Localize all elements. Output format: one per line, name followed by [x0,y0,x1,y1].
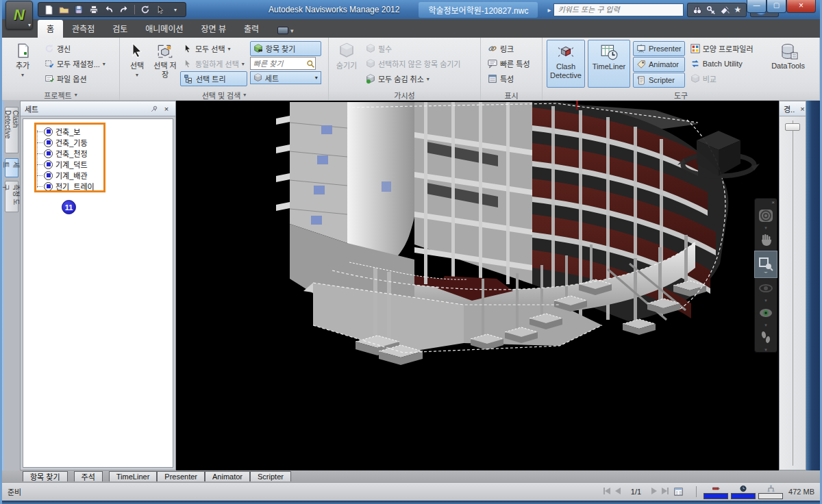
search-icon[interactable] [693,3,702,16]
dock-tab-scripter[interactable]: Scripter [250,471,291,481]
select-button[interactable]: 선택 ▾ [124,40,150,88]
tilt-slider-track[interactable] [793,121,793,466]
properties-button[interactable]: 특성 [485,71,533,86]
appearance-profiler-button[interactable]: 모양 프로파일러 [688,41,756,56]
steering-wheel-tool[interactable] [754,205,777,226]
dock-tab-animator[interactable]: Animator [205,471,250,481]
communication-center-icon[interactable] [720,3,730,16]
ribbon-tab-row: 홈 관측점 검토 애니메이션 장면 뷰 출력 ▾ [2,19,820,38]
ribbon-display-toggle[interactable]: ▾ [277,27,294,34]
viewcube[interactable] [677,121,760,187]
reset-all-button[interactable]: 모두 재설정... ▾ [42,56,108,71]
sidebar-tab-clash-detective[interactable]: Clash Detective [5,107,18,153]
select-cursor-icon [128,42,146,60]
tilt-slider-handle[interactable] [785,123,800,131]
select-tool-button[interactable] [154,4,166,15]
infocenter-search-input[interactable] [553,3,684,16]
add-file-icon [14,42,32,60]
clash-detective-toggle[interactable]: Clash Detective [547,40,585,88]
status-bar: 준비 1/1 472 MB [2,482,820,501]
chevron-down-icon[interactable]: ▾ [764,348,767,352]
last-sheet-button[interactable] [662,488,669,496]
pin-icon[interactable] [149,104,159,113]
viewport-3d[interactable]: × ▾ ▾ ▾ [176,101,779,470]
orbit-tool[interactable] [754,278,777,299]
bottom-dock-bar: 항목 찾기 주석 TimeLiner Presenter Animator Sc… [2,470,820,482]
web-progress-indicator [757,485,784,499]
selection-tree-toggle[interactable]: 선택 트리 [180,71,247,86]
scripter-toggle[interactable]: Scripter [633,73,685,88]
find-items-toggle[interactable]: 항목 찾기 [250,41,321,56]
quick-find-box [250,57,316,70]
next-sheet-button[interactable] [651,488,657,496]
timeliner-toggle[interactable]: TimeLiner [588,40,630,88]
pan-tool[interactable] [754,230,777,251]
sets-dropdown[interactable]: 세트 ▾ [250,71,321,84]
favorites-star-icon[interactable]: ★ [734,5,741,14]
customize-toolbar-dropdown[interactable]: ▾ [169,4,182,15]
tab-animation[interactable]: 애니메이션 [136,20,192,38]
group-label-select-search[interactable]: 선택 및 검색 ▾ [120,90,328,100]
walk-tool[interactable] [754,327,777,348]
window-controls: — ▢ × [747,0,816,13]
add-button[interactable]: 추가 ▾ [6,40,39,88]
print-button[interactable] [88,4,100,15]
tab-home[interactable]: 홈 [38,20,63,38]
datatools-button[interactable]: DataTools [767,40,810,88]
maximize-button[interactable]: ▢ [767,0,786,13]
statusbar-separator [696,486,697,497]
undo-button[interactable] [103,4,115,15]
group-display: 링크 빠른 특성 특성 표시 [481,38,543,100]
refresh-model-button[interactable]: 갱신 [42,41,108,56]
quick-properties-button[interactable]: 빠른 특성 [485,56,533,71]
web-progress-bar [758,493,783,499]
presenter-toggle[interactable]: Presenter [633,41,685,56]
links-button[interactable]: 링크 [485,41,533,56]
tab-scene-view[interactable]: 장면 뷰 [192,20,234,38]
hide-button: 숨기기 [333,40,360,88]
batch-utility-button[interactable]: Batch Utility [688,56,756,71]
file-options-button[interactable]: 파일 옵션 [42,71,108,86]
navbar-close-icon[interactable]: × [771,199,775,205]
sidebar-tab-sets[interactable]: 세트 [5,158,18,177]
dock-tab-find-items[interactable]: 항목 찾기 [23,471,68,481]
redo-button[interactable] [118,4,130,15]
dock-tab-timeliner[interactable]: TimeLiner [109,471,158,481]
quick-find-search-icon[interactable] [306,58,315,70]
application-menu-button[interactable]: N ▾ [5,1,33,29]
group-label-visibility[interactable]: 가시성 [329,90,480,100]
hide-cube-icon [338,42,356,60]
unhide-all-button[interactable]: 모두 숨김 취소 ▾ [363,71,464,86]
close-panel-icon[interactable]: × [162,105,171,113]
pencil-progress-bar [703,493,728,499]
dock-tab-comments[interactable]: 주석 [74,471,103,481]
tab-review[interactable]: 검토 [103,20,136,38]
subscription-key-icon[interactable] [706,3,716,16]
tab-viewpoint[interactable]: 관측점 [63,20,103,38]
sheet-browser-button[interactable] [673,487,684,497]
group-label-tools[interactable]: 도구 [543,90,819,100]
save-selection-button[interactable]: 선택 저장 [153,40,177,88]
animator-toggle[interactable]: Animator [633,57,685,72]
quick-find-input[interactable] [251,60,306,68]
window-frame-fill [806,101,820,470]
close-panel-icon[interactable]: × [800,105,804,113]
refresh-button[interactable] [139,4,151,15]
new-file-button[interactable] [42,4,55,15]
zoom-tool-active[interactable] [754,251,777,278]
infocenter-collapse-icon[interactable]: ▸ [547,6,551,14]
close-button[interactable]: × [786,0,816,13]
chevron-down-icon: ▾ [427,76,429,82]
tab-output[interactable]: 출력 [235,20,268,38]
open-file-button[interactable] [58,4,70,15]
select-all-button[interactable]: 모두 선택 ▾ [180,41,247,56]
save-button[interactable] [73,4,85,15]
group-label-project[interactable]: 프로젝트 ▾ [2,90,119,100]
first-sheet-button[interactable] [603,488,610,496]
sidebar-tab-measure-tools[interactable]: 측정 도구 [5,181,18,212]
dock-tab-presenter[interactable]: Presenter [157,471,205,481]
look-tool[interactable] [754,303,777,323]
previous-sheet-button[interactable] [615,488,621,496]
minimize-button[interactable]: — [747,0,767,13]
group-label-display[interactable]: 표시 [481,90,542,100]
